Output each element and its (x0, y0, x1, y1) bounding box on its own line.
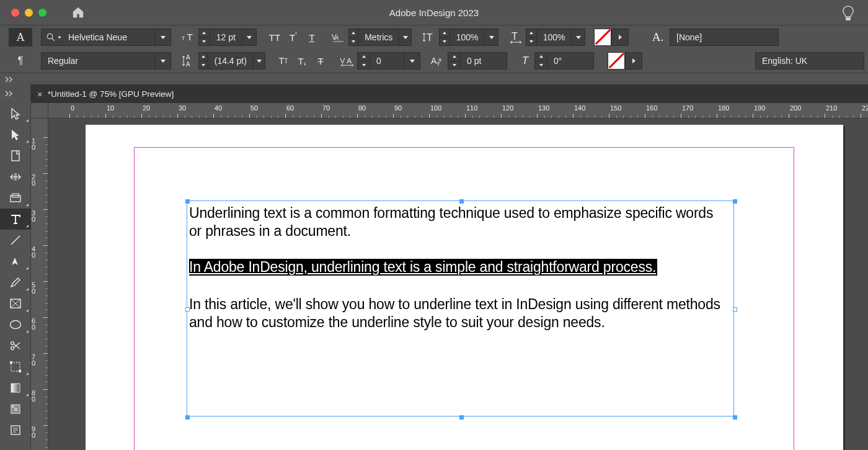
paragraph-1[interactable]: Underlining text is a common formatting … (189, 204, 727, 240)
close-tab-button[interactable]: × (37, 89, 43, 99)
kerning-stepper[interactable] (349, 29, 358, 45)
selected-text[interactable]: In Adobe InDesign, underlining text is a… (189, 259, 657, 276)
baseline-shift-combo[interactable]: 0 pt (448, 52, 507, 70)
pencil-tool[interactable] (0, 272, 31, 293)
chevron-down-icon[interactable] (399, 29, 411, 45)
small-caps-button[interactable]: TT (274, 52, 293, 70)
free-transform-tool[interactable] (0, 356, 31, 377)
horizontal-scale-stepper[interactable] (526, 29, 537, 45)
svg-text:A: A (431, 56, 437, 66)
stroke-swatch-next[interactable] (625, 52, 642, 70)
gradient-swatch-tool[interactable] (0, 377, 31, 398)
direct-selection-tool[interactable] (0, 124, 31, 145)
language-combo[interactable]: English: UK (755, 52, 864, 70)
paragraph-3[interactable]: In this article, we'll show you how to u… (189, 295, 727, 331)
skew-stepper[interactable] (535, 53, 547, 69)
frame-handle[interactable] (185, 199, 190, 204)
selection-tool[interactable] (0, 103, 31, 124)
content-collector-tool[interactable] (0, 187, 31, 209)
svg-rect-37 (19, 370, 21, 372)
scissors-tool[interactable] (0, 335, 31, 356)
subscript-button[interactable]: T₁ (293, 52, 311, 70)
font-size-icon: TT (180, 29, 198, 46)
character-style-value: [None] (670, 32, 778, 42)
baseline-shift-value: 0 pt (461, 56, 507, 66)
leading-stepper[interactable] (199, 53, 208, 69)
pen-tool[interactable] (0, 251, 31, 272)
note-tool[interactable] (0, 420, 31, 441)
chevron-right-icon (632, 58, 636, 63)
tracking-icon: VA (339, 52, 357, 70)
frame-handle[interactable] (459, 415, 464, 420)
text-frame[interactable]: Underlining text is a common formatting … (187, 200, 734, 416)
canvas[interactable]: Underlining text is a common formatting … (48, 119, 868, 450)
tools-expand-button[interactable] (0, 84, 30, 103)
home-button[interactable] (71, 6, 85, 19)
chevron-down-icon[interactable] (571, 29, 585, 45)
line-tool[interactable] (0, 230, 31, 251)
font-style-value: Regular (42, 56, 154, 66)
type-tool[interactable] (0, 209, 31, 230)
frame-handle[interactable] (733, 307, 737, 312)
close-window-button[interactable] (11, 9, 19, 17)
chevron-right-icon (619, 35, 622, 40)
superscript-button[interactable]: T¹ (284, 29, 303, 46)
chevron-down-icon[interactable] (154, 53, 170, 69)
underline-button[interactable]: T (303, 29, 321, 46)
font-size-stepper[interactable] (199, 29, 210, 45)
vertical-ruler[interactable]: 102030405060708090100 (31, 119, 48, 450)
gap-tool[interactable] (0, 166, 31, 187)
window-controls (11, 9, 46, 17)
chevron-down-icon[interactable] (484, 29, 498, 45)
gradient-feather-tool[interactable] (0, 398, 31, 420)
chevron-down-icon[interactable] (242, 29, 256, 45)
fill-swatch-next[interactable] (611, 29, 629, 46)
tracking-combo[interactable]: 0 (357, 52, 420, 70)
fill-swatch[interactable] (594, 29, 611, 46)
stroke-swatch[interactable] (608, 52, 625, 70)
character-style-combo[interactable]: [None] (670, 29, 779, 46)
character-style-icon: A. (646, 29, 670, 46)
paragraph-2-selected[interactable]: In Adobe InDesign, underlining text is a… (189, 258, 657, 276)
page-tool[interactable] (0, 145, 31, 166)
page[interactable]: Underlining text is a common formatting … (86, 125, 843, 450)
frame-handle[interactable] (733, 199, 737, 204)
font-family-combo[interactable]: Helvetica Neue (41, 29, 171, 46)
skew-value: 0° (547, 56, 593, 66)
svg-rect-38 (11, 384, 20, 392)
paragraph-formatting-mode-button[interactable]: ¶ (9, 52, 32, 70)
ruler-origin[interactable] (31, 103, 48, 119)
tracking-stepper[interactable] (358, 53, 370, 69)
tips-icon[interactable] (842, 6, 854, 22)
font-size-combo[interactable]: 12 pt (198, 29, 257, 46)
character-formatting-mode-button[interactable]: A (9, 28, 32, 47)
horizontal-scale-combo[interactable]: 100% (526, 29, 585, 46)
minimize-window-button[interactable] (25, 9, 33, 17)
chevron-down-icon[interactable] (154, 29, 170, 45)
maximize-window-button[interactable] (38, 9, 46, 17)
kerning-icon: VA (330, 29, 348, 46)
rectangle-frame-tool[interactable] (0, 293, 31, 314)
svg-line-1 (52, 38, 55, 41)
expand-panel-bar[interactable] (0, 73, 868, 85)
font-style-combo[interactable]: Regular (41, 52, 171, 70)
document-tab[interactable]: × *Untitled-1 @ 75% [GPU Preview] (31, 84, 182, 103)
chevron-down-icon[interactable] (404, 53, 420, 69)
baseline-shift-stepper[interactable] (448, 53, 461, 69)
ellipse-tool[interactable] (0, 314, 31, 335)
frame-handle[interactable] (185, 307, 190, 312)
leading-combo[interactable]: (14.4 pt) (198, 52, 265, 70)
svg-text:a: a (438, 56, 441, 63)
vertical-scale-stepper[interactable] (440, 29, 450, 45)
horizontal-ruler[interactable]: 0102030405060708090100110120130140150160… (48, 103, 868, 119)
frame-handle[interactable] (733, 415, 737, 420)
frame-handle[interactable] (459, 199, 464, 204)
all-caps-button[interactable]: TT (265, 29, 284, 46)
kerning-combo[interactable]: Metrics (348, 29, 412, 46)
frame-handle[interactable] (185, 415, 190, 420)
skew-combo[interactable]: 0° (534, 52, 594, 70)
strikethrough-button[interactable]: T (311, 52, 330, 70)
svg-text:A: A (186, 54, 190, 61)
chevron-down-icon[interactable] (253, 53, 265, 69)
vertical-scale-combo[interactable]: 100% (439, 29, 498, 46)
